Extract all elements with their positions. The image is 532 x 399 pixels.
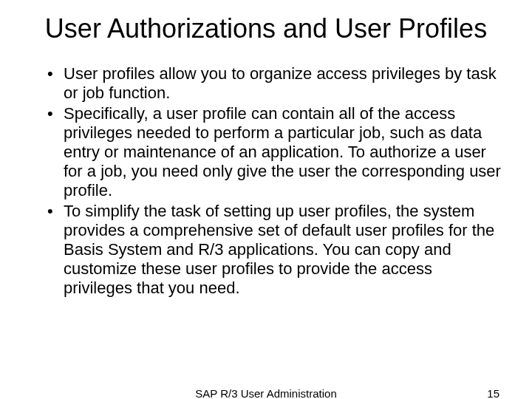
list-item: User profiles allow you to organize acce… — [50, 64, 502, 103]
list-item: Specifically, a user profile can contain… — [50, 104, 502, 200]
footer-text: SAP R/3 User Administration — [195, 387, 336, 399]
page-number: 15 — [487, 387, 499, 399]
bullet-list: User profiles allow you to organize acce… — [30, 64, 502, 297]
list-item: To simplify the task of setting up user … — [50, 202, 502, 298]
slide: User Authorizations and User Profiles Us… — [0, 0, 532, 399]
slide-title: User Authorizations and User Profiles — [30, 13, 502, 44]
